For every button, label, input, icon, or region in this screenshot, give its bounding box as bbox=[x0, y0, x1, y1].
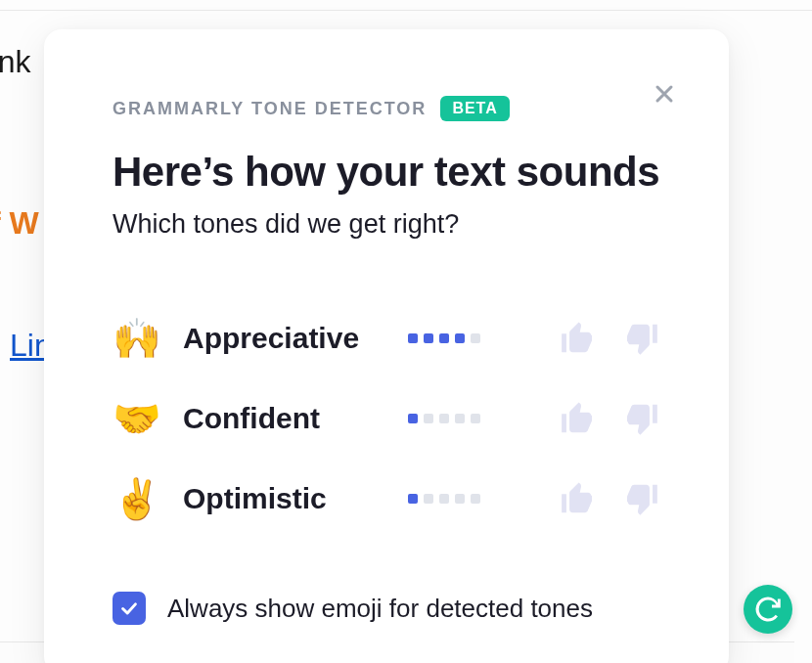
always-show-emoji-label: Always show emoji for detected tones bbox=[167, 594, 593, 624]
thumbs-down-button[interactable] bbox=[623, 480, 660, 517]
strength-dot bbox=[408, 494, 418, 504]
tone-strength-meter bbox=[408, 414, 535, 423]
tone-emoji: 🙌 bbox=[113, 319, 183, 358]
strength-dot bbox=[408, 333, 418, 343]
tone-emoji: ✌️ bbox=[113, 479, 183, 518]
strength-dot bbox=[439, 414, 449, 423]
tone-strength-meter bbox=[408, 333, 535, 343]
thumbs-up-icon bbox=[559, 400, 596, 437]
thumbs-up-button[interactable] bbox=[559, 480, 596, 517]
tone-feedback bbox=[535, 320, 660, 357]
strength-dot bbox=[408, 414, 418, 423]
strength-dot bbox=[424, 494, 433, 504]
tone-strength-meter bbox=[408, 494, 535, 504]
thumbs-down-icon bbox=[623, 480, 660, 517]
modal-subhead: Which tones did we get right? bbox=[113, 209, 660, 240]
strength-dot bbox=[439, 333, 449, 343]
thumbs-down-icon bbox=[623, 320, 660, 357]
tone-feedback bbox=[535, 400, 660, 437]
strength-dot bbox=[471, 414, 480, 423]
check-icon bbox=[118, 597, 140, 619]
tone-detector-modal: GRAMMARLY TONE DETECTOR BETA Here’s how … bbox=[44, 29, 729, 663]
strength-dot bbox=[455, 333, 465, 343]
thumbs-up-button[interactable] bbox=[559, 400, 596, 437]
strength-dot bbox=[471, 494, 480, 504]
tone-name: Optimistic bbox=[183, 482, 408, 515]
tone-name: Confident bbox=[183, 402, 408, 435]
tone-name: Appreciative bbox=[183, 322, 408, 355]
tone-feedback bbox=[535, 480, 660, 517]
grammarly-fab[interactable] bbox=[744, 585, 792, 634]
tone-row-confident: 🤝 Confident bbox=[113, 378, 660, 459]
strength-dot bbox=[424, 333, 433, 343]
thumbs-down-button[interactable] bbox=[623, 400, 660, 437]
brand-row: GRAMMARLY TONE DETECTOR BETA bbox=[113, 96, 660, 121]
strength-dot bbox=[455, 494, 465, 504]
thumbs-up-icon bbox=[559, 320, 596, 357]
thumbs-down-button[interactable] bbox=[623, 320, 660, 357]
strength-dot bbox=[471, 333, 480, 343]
modal-headline: Here’s how your text sounds bbox=[113, 149, 660, 196]
thumbs-up-icon bbox=[559, 480, 596, 517]
strength-dot bbox=[424, 414, 433, 423]
strength-dot bbox=[439, 494, 449, 504]
background-text: ank bbox=[0, 44, 31, 80]
close-button[interactable] bbox=[651, 80, 678, 108]
brand-label: GRAMMARLY TONE DETECTOR bbox=[113, 99, 427, 119]
background-heading: f W bbox=[0, 205, 39, 242]
tone-row-optimistic: ✌️ Optimistic bbox=[113, 459, 660, 539]
thumbs-down-icon bbox=[623, 400, 660, 437]
close-icon bbox=[651, 80, 678, 108]
tone-emoji: 🤝 bbox=[113, 399, 183, 438]
strength-dot bbox=[455, 414, 465, 423]
always-show-emoji-row: Always show emoji for detected tones bbox=[113, 592, 660, 625]
grammarly-icon bbox=[753, 595, 783, 624]
divider-top bbox=[0, 10, 812, 11]
always-show-emoji-checkbox[interactable] bbox=[113, 592, 146, 625]
tone-row-appreciative: 🙌 Appreciative bbox=[113, 298, 660, 378]
thumbs-up-button[interactable] bbox=[559, 320, 596, 357]
beta-badge: BETA bbox=[440, 96, 509, 121]
